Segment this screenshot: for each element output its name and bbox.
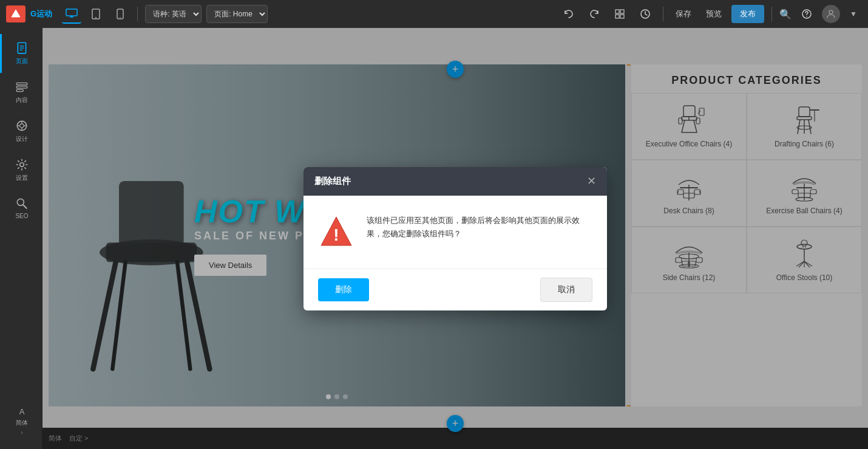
toolbar: G运动 语种: 英语 页面: Home 保存 预览 发布 🔍 ▼ [0, 0, 868, 28]
sidebar-item-seo[interactable]: SEO [0, 190, 42, 227]
sidebar-label-design: 设计 [16, 135, 28, 143]
content-icon [15, 80, 29, 94]
sidebar-item-settings[interactable]: 设置 [0, 151, 42, 190]
modal-header: 删除组件 ✕ [303, 167, 607, 196]
tablet-btn[interactable] [86, 4, 106, 24]
modal-delete-btn[interactable]: 删除 [318, 278, 369, 301]
svg-rect-0 [66, 9, 77, 16]
avatar[interactable] [822, 5, 840, 23]
svg-rect-5 [615, 10, 619, 13]
account-dropdown-btn[interactable]: ▼ [845, 7, 862, 21]
sidebar-label-page: 页面 [16, 57, 28, 66]
svg-rect-18 [16, 86, 27, 88]
logo-text: G运动 [30, 9, 52, 19]
svg-point-2 [95, 17, 97, 18]
redo-btn[interactable] [584, 6, 605, 22]
search-icon[interactable]: 🔍 [779, 9, 792, 20]
svg-point-21 [20, 124, 24, 128]
desktop-btn[interactable] [62, 4, 81, 24]
history-btn[interactable] [635, 6, 656, 22]
save-btn[interactable]: 保存 [671, 6, 696, 22]
svg-rect-17 [16, 83, 27, 84]
sidebar: 页面 内容 设计 设置 [0, 28, 42, 449]
sidebar-item-design[interactable]: 设计 [0, 112, 42, 151]
svg-rect-19 [16, 89, 23, 91]
sidebar-item-content[interactable]: 内容 [0, 73, 42, 112]
modal-message: 该组件已应用至其他页面，删除后将会影响其他页面的展示效果，您确定删除该组件吗？ [367, 214, 592, 241]
page-select[interactable]: 页面: Home [206, 5, 268, 23]
grid-btn[interactable] [609, 6, 630, 22]
font-arrow: › [21, 430, 23, 436]
seo-icon [15, 197, 29, 210]
modal-close-btn[interactable]: ✕ [587, 176, 596, 187]
modal-footer: 删除 取消 [303, 269, 607, 310]
divider-1 [137, 7, 138, 21]
sidebar-label-seo: SEO [15, 213, 28, 219]
modal-body: ! 该组件已应用至其他页面，删除后将会影响其他页面的展示效果，您确定删除该组件吗… [303, 196, 607, 269]
svg-rect-7 [615, 15, 619, 18]
svg-point-26 [20, 163, 24, 167]
warning-icon: ! [318, 214, 354, 250]
svg-point-4 [120, 17, 121, 18]
publish-btn[interactable]: 发布 [731, 5, 764, 23]
sidebar-item-font[interactable]: A 简体 › [0, 400, 42, 443]
preview-btn[interactable]: 预览 [701, 6, 727, 22]
modal-overlay: 删除组件 ✕ ! 该组件已应用至其他页面，删除后将会影响其他页面的展示效果，您确… [42, 28, 868, 449]
help-btn[interactable] [796, 6, 817, 22]
mobile-btn[interactable] [110, 4, 130, 24]
content-area: + [42, 28, 868, 449]
divider-3 [771, 7, 772, 21]
design-icon [15, 119, 29, 132]
sidebar-label-font: 简体 [16, 419, 28, 427]
svg-point-11 [806, 16, 807, 17]
svg-rect-6 [620, 10, 624, 13]
logo-icon [6, 5, 25, 22]
main-layout: 页面 内容 设计 设置 [0, 28, 868, 449]
sidebar-label-settings: 设置 [16, 174, 28, 182]
canvas-wrapper: + [42, 28, 868, 449]
sidebar-bottom: A 简体 › [0, 400, 42, 443]
language-select[interactable]: 语种: 英语 [145, 5, 202, 23]
sidebar-item-page[interactable]: 页面 [0, 34, 42, 73]
modal-title: 删除组件 [314, 176, 351, 187]
divider-2 [663, 7, 663, 21]
settings-icon [15, 158, 29, 171]
page-icon [15, 41, 29, 55]
modal-cancel-btn[interactable]: 取消 [540, 278, 592, 302]
svg-text:!: ! [333, 225, 339, 244]
svg-line-28 [23, 205, 27, 208]
sidebar-label-content: 内容 [16, 96, 28, 105]
svg-point-12 [829, 10, 833, 14]
svg-rect-8 [620, 15, 624, 18]
delete-modal: 删除组件 ✕ ! 该组件已应用至其他页面，删除后将会影响其他页面的展示效果，您确… [303, 167, 607, 310]
undo-btn[interactable] [558, 6, 579, 22]
font-text: A [19, 407, 25, 416]
